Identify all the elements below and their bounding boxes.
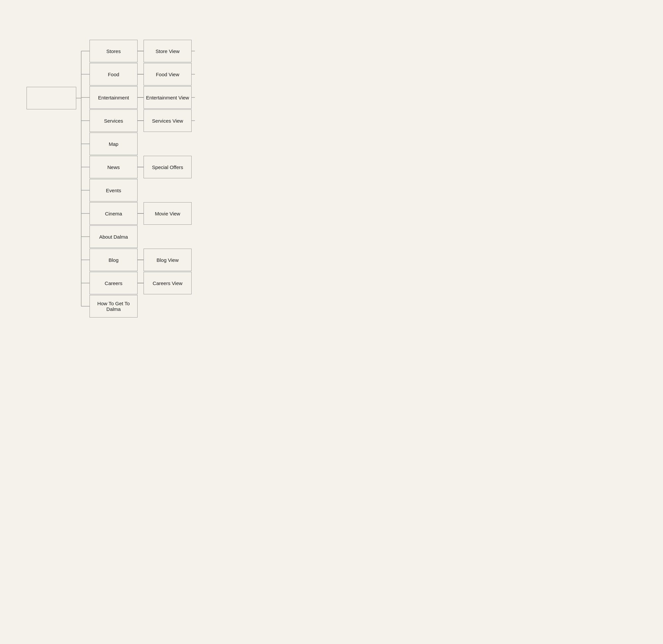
l2-node: Entertainment [90, 86, 138, 109]
l2-node: Stores [90, 40, 138, 62]
sitemap-container: StoresFoodEntertainmentServicesMapNewsEv… [26, 40, 191, 318]
l2-node: Cinema [90, 202, 138, 225]
l2-node: Blog [90, 249, 138, 271]
l3-spacer [143, 133, 191, 155]
l2-node: How To Get To Dalma [90, 295, 138, 318]
l2-node: Food [90, 63, 138, 86]
l3-node: Entertainment View [143, 86, 191, 109]
l3-spacer [143, 295, 191, 318]
l3-node: Movie View [143, 202, 191, 225]
l2-node: News [90, 156, 138, 178]
l3-node: Store View [143, 40, 191, 62]
l2-node: Events [90, 179, 138, 202]
l3-spacer [143, 225, 191, 248]
l2-node: Careers [90, 272, 138, 294]
l3-node: Special Offers [143, 156, 191, 178]
l3-spacer [143, 179, 191, 202]
l2-node: About Dalma [90, 225, 138, 248]
l3-node: Services View [143, 109, 191, 132]
l2-node: Map [90, 133, 138, 155]
main-node [26, 87, 76, 109]
l2-node: Services [90, 109, 138, 132]
sitemap-wrapper: StoresFoodEntertainmentServicesMapNewsEv… [26, 40, 191, 318]
l3-node: Food View [143, 63, 191, 86]
l3-node: Blog View [143, 249, 191, 271]
l3-node: Careers View [143, 272, 191, 294]
